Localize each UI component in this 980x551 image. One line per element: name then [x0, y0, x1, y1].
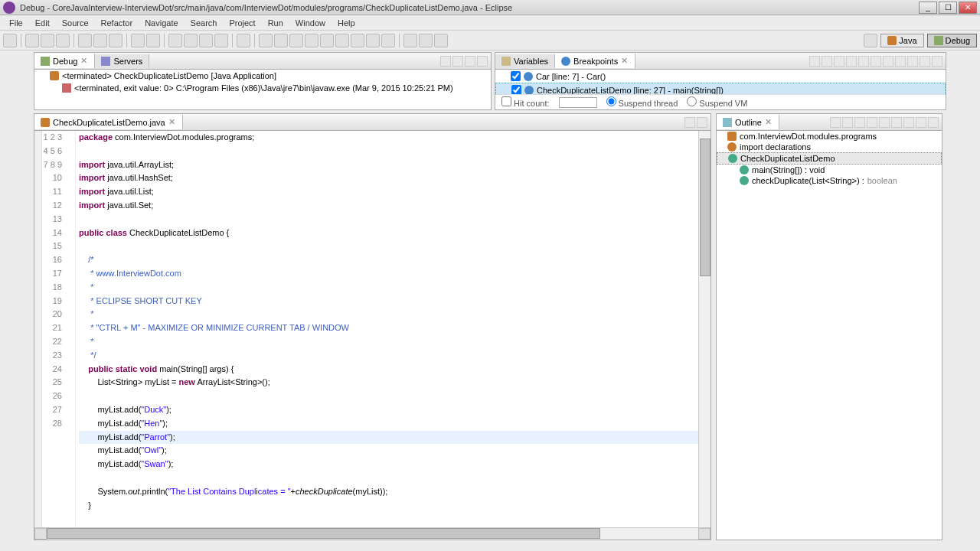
tab-outline[interactable]: Outline✕	[717, 115, 779, 129]
menu-search[interactable]: Search	[185, 17, 224, 29]
step-filters-button[interactable]	[381, 34, 395, 47]
code-editor[interactable]: 1 2 3 4 5 6 7 8 9 10 11 12 13 14 15 16 1…	[34, 131, 710, 527]
new-class-button[interactable]	[146, 34, 160, 47]
save-button[interactable]	[25, 34, 39, 47]
collapse-all-button[interactable]	[883, 56, 893, 67]
line-gutter[interactable]: 1 2 3 4 5 6 7 8 9 10 11 12 13 14 15 16 1…	[42, 131, 67, 527]
view-menu-button[interactable]	[907, 56, 918, 67]
expand-all-button[interactable]	[871, 56, 881, 67]
task-button[interactable]	[214, 34, 228, 47]
goto-file-button[interactable]	[846, 56, 857, 67]
editor-tab[interactable]: CheckDuplicateListDemo.java✕	[34, 115, 183, 129]
debug-tree-row[interactable]: <terminated, exit value: 0> C:\Program F…	[34, 82, 491, 94]
horizontal-scrollbar[interactable]	[34, 527, 710, 540]
marker-ruler[interactable]	[34, 131, 42, 527]
tab-variables[interactable]: Variables	[495, 54, 555, 68]
maximize-view-button[interactable]	[477, 56, 488, 67]
view-menu-button[interactable]	[903, 117, 914, 128]
remove-bp-button[interactable]	[809, 56, 820, 67]
step-into-button[interactable]	[320, 34, 334, 47]
scroll-right-button[interactable]	[698, 528, 710, 540]
breakpoint-row[interactable]: Car [line: 7] - Car()	[495, 70, 946, 83]
new-button[interactable]	[3, 34, 17, 47]
maximize-view-button[interactable]	[932, 56, 942, 67]
minimize-view-button[interactable]	[920, 56, 930, 67]
suspend-button[interactable]	[274, 34, 288, 47]
sort-button[interactable]	[830, 117, 841, 128]
minimize-editor-button[interactable]	[684, 117, 695, 128]
last-edit-button[interactable]	[403, 34, 417, 47]
drop-frame-button[interactable]	[366, 34, 380, 47]
debug-tree-row[interactable]: <terminated> CheckDuplicateListDemo [Jav…	[34, 70, 491, 82]
show-supported-button[interactable]	[834, 56, 844, 67]
search-button[interactable]	[184, 34, 198, 47]
minimize-view-button[interactable]	[916, 117, 926, 128]
hit-count-check[interactable]: Hit count:	[501, 96, 550, 108]
source-code[interactable]: package com.InterviewDot.modules.program…	[76, 131, 698, 527]
menu-refactor[interactable]: Refactor	[95, 17, 139, 29]
maximize-editor-button[interactable]	[697, 117, 707, 128]
breakpoint-row[interactable]: CheckDuplicateListDemo [line: 27] - main…	[495, 83, 946, 94]
hide-localtypes-button[interactable]	[879, 117, 890, 128]
tab-breakpoints[interactable]: Breakpoints✕	[555, 54, 635, 68]
step-return-button[interactable]	[351, 34, 364, 47]
bp-checkbox[interactable]	[511, 85, 521, 94]
menu-navigate[interactable]: Navigate	[139, 17, 184, 29]
scroll-thumb[interactable]	[47, 528, 600, 539]
vertical-scrollbar[interactable]	[698, 131, 710, 527]
disconnect-button[interactable]	[305, 34, 318, 47]
menu-source[interactable]: Source	[56, 17, 95, 29]
terminate-button[interactable]	[289, 34, 303, 47]
debug-button[interactable]	[78, 34, 92, 47]
print-button[interactable]	[56, 34, 70, 47]
outline-class[interactable]: CheckDuplicateListDemo	[717, 152, 942, 165]
outline-imports[interactable]: import declarations	[717, 142, 942, 152]
save-all-button[interactable]	[41, 34, 54, 47]
hide-static-button[interactable]	[854, 117, 865, 128]
suspend-thread-radio[interactable]: Suspend thread	[606, 96, 678, 108]
toggle-mark-button[interactable]	[199, 34, 213, 47]
fold-ruler[interactable]	[67, 131, 76, 527]
outline-method[interactable]: checkDuplicate(List<String>) : boolean	[717, 175, 942, 186]
menu-project[interactable]: Project	[223, 17, 261, 29]
remove-terminated-button[interactable]	[440, 56, 451, 67]
scroll-thumb[interactable]	[700, 139, 710, 276]
remove-all-bp-button[interactable]	[822, 56, 832, 67]
forward-button[interactable]	[434, 34, 448, 47]
open-type-button[interactable]	[168, 34, 182, 47]
minimize-view-button[interactable]	[465, 56, 475, 67]
view-menu-button[interactable]	[452, 56, 463, 67]
hide-fields-button[interactable]	[842, 117, 853, 128]
bp-checkbox[interactable]	[511, 71, 521, 81]
menu-edit[interactable]: Edit	[29, 17, 56, 29]
close-icon[interactable]: ✕	[168, 117, 176, 127]
close-icon[interactable]: ✕	[765, 117, 773, 127]
close-icon[interactable]: ✕	[80, 56, 88, 66]
new-package-button[interactable]	[131, 34, 145, 47]
close-icon[interactable]: ✕	[621, 56, 629, 66]
tab-debug[interactable]: Debug✕	[34, 54, 95, 68]
perspective-debug[interactable]: Debug	[927, 34, 977, 47]
skip-breakpoints-button[interactable]	[237, 34, 250, 47]
skip-all-button[interactable]	[858, 56, 869, 67]
hide-nonpublic-button[interactable]	[867, 117, 877, 128]
ext-tools-button[interactable]	[109, 34, 122, 47]
open-perspective-button[interactable]	[864, 34, 877, 47]
menu-run[interactable]: Run	[262, 17, 289, 29]
maximize-view-button[interactable]	[928, 117, 939, 128]
menu-file[interactable]: File	[3, 17, 29, 29]
menu-window[interactable]: Window	[289, 17, 332, 29]
suspend-vm-radio[interactable]: Suspend VM	[687, 96, 747, 108]
minimize-button[interactable]: _	[919, 2, 937, 14]
close-button[interactable]: ✕	[959, 2, 977, 14]
back-button[interactable]	[419, 34, 433, 47]
perspective-java[interactable]: Java	[880, 34, 923, 47]
outline-package[interactable]: com.InterviewDot.modules.programs	[717, 131, 942, 142]
focus-button[interactable]	[891, 117, 902, 128]
menu-help[interactable]: Help	[332, 17, 361, 29]
run-button[interactable]	[93, 34, 107, 47]
resume-button[interactable]	[259, 34, 273, 47]
hit-count-input[interactable]	[559, 97, 597, 108]
step-over-button[interactable]	[335, 34, 349, 47]
maximize-button[interactable]: ☐	[939, 2, 957, 14]
